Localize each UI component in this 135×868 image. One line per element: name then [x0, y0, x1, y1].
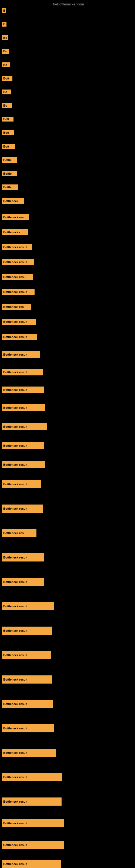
- bar: B: [2, 8, 6, 13]
- bar: Bottleneck result: [2, 860, 61, 868]
- bar: Bottleneck res: [2, 529, 37, 537]
- bar-item: Bottle: [2, 171, 17, 176]
- bar: Bott: [2, 130, 14, 135]
- bar-item: Bott: [2, 117, 13, 122]
- bar: Bottleneck result: [2, 798, 61, 806]
- bar-item: Bottleneck result: [2, 423, 47, 430]
- bar: Bottleneck result: [2, 369, 43, 375]
- bar-item: Bo: [2, 103, 12, 108]
- bar: Bottleneck result: [2, 651, 51, 659]
- bar: Bottleneck result: [2, 480, 41, 488]
- bar: Bo: [2, 49, 9, 54]
- bar: Bottleneck result: [2, 749, 56, 757]
- bar: Bo: [2, 62, 10, 67]
- bar: Bott: [2, 76, 12, 81]
- bar: Bottleneck result: [2, 504, 43, 513]
- bar-item: Bottleneck result: [2, 841, 64, 849]
- bar: Bottleneck r: [2, 229, 28, 235]
- bar: Bottleneck result: [2, 423, 47, 430]
- bar: Bott: [2, 117, 13, 122]
- bar-item: Bottle: [2, 184, 18, 190]
- bar-item: Bottleneck result: [2, 461, 45, 468]
- bar-item: Bottleneck resu: [2, 214, 29, 220]
- bar-item: Bottleneck result: [2, 773, 62, 781]
- bar-item: Bottleneck result: [2, 602, 54, 610]
- bar-item: Bottleneck result: [2, 578, 44, 586]
- bar-item: Bottle: [2, 157, 17, 163]
- bar: Bottleneck result: [2, 700, 53, 708]
- bar-item: Bottleneck res: [2, 304, 31, 310]
- bar: Bottle: [2, 171, 17, 176]
- bar: Bottleneck result: [2, 627, 52, 635]
- bar: Bo: [2, 90, 11, 94]
- bar-item: Bottleneck result: [2, 259, 34, 265]
- bar: Bottleneck result: [2, 404, 45, 411]
- bar: Bottleneck result: [2, 244, 32, 250]
- bar-item: Bo: [2, 90, 11, 94]
- bar-item: Bottleneck result: [2, 724, 54, 733]
- bar: Bottleneck res: [2, 304, 31, 310]
- bar-item: Bottleneck r: [2, 229, 28, 235]
- bar-item: B: [2, 22, 6, 27]
- bar: Bottleneck result: [2, 319, 36, 325]
- bar-item: B: [2, 8, 6, 13]
- bar-item: Bottleneck resu: [2, 274, 33, 280]
- bar: Bottleneck result: [2, 334, 37, 340]
- bar: Bottleneck result: [2, 675, 52, 684]
- bar-item: Bottleneck result: [2, 369, 43, 375]
- bar: Bottleneck result: [2, 289, 35, 295]
- bar-item: Bottleneck result: [2, 319, 36, 325]
- bar-item: Bott: [2, 130, 14, 135]
- bar-item: Bottleneck result: [2, 651, 51, 659]
- bar-item: Bottleneck result: [2, 675, 52, 684]
- bar-item: Bottleneck result: [2, 749, 56, 757]
- bar-item: Bottleneck result: [2, 627, 52, 635]
- bar: Bottleneck result: [2, 773, 62, 781]
- bar-item: Bottleneck result: [2, 504, 43, 513]
- bar: Bottle: [2, 184, 18, 190]
- bar: Bott: [2, 144, 15, 149]
- bar-item: Bottleneck result: [2, 480, 41, 488]
- bar: Bottleneck result: [2, 553, 44, 561]
- bar: Bo: [2, 103, 12, 108]
- bar-item: Bottleneck result: [2, 386, 44, 393]
- bar-item: Bottleneck result: [2, 351, 40, 358]
- bar: Bottleneck result: [2, 841, 64, 849]
- bar-item: Bottleneck result: [2, 700, 53, 708]
- bar-item: Bo: [2, 62, 10, 67]
- bar: B: [2, 22, 6, 27]
- bar: Bottleneck result: [2, 724, 54, 733]
- bar-item: Bott: [2, 76, 12, 81]
- bar: Bottleneck result: [2, 578, 44, 586]
- bar: Bottleneck result: [2, 386, 44, 393]
- bar: Bottleneck result: [2, 461, 45, 468]
- bar: Bottleneck result: [2, 602, 54, 610]
- bar: Bottleneck resu: [2, 214, 29, 220]
- bar: Bottleneck resu: [2, 274, 33, 280]
- bar-item: Bottleneck result: [2, 798, 61, 806]
- bar: Bottle: [2, 157, 17, 163]
- bar-item: Bottleneck result: [2, 442, 44, 449]
- bar-item: Bottleneck: [2, 198, 24, 204]
- site-title: TheBottlenecker.com: [51, 2, 84, 6]
- bar-item: Bottleneck result: [2, 860, 61, 868]
- bar-item: Bo: [2, 49, 9, 54]
- bar: Bottleneck result: [2, 351, 40, 358]
- bar-item: Bottleneck result: [2, 404, 45, 411]
- bar: Bottleneck: [2, 198, 24, 204]
- bar-item: Bo: [2, 35, 8, 40]
- bar: Bottleneck result: [2, 259, 34, 265]
- bar: Bottleneck result: [2, 819, 64, 827]
- bar-item: Bott: [2, 144, 15, 149]
- bar-item: Bottleneck result: [2, 289, 35, 295]
- bar: Bo: [2, 35, 8, 40]
- bar-item: Bottleneck result: [2, 244, 32, 250]
- bar-item: Bottleneck result: [2, 819, 64, 827]
- bar: Bottleneck result: [2, 442, 44, 449]
- bar-item: Bottleneck result: [2, 553, 44, 561]
- bar-item: Bottleneck res: [2, 529, 37, 537]
- bar-item: Bottleneck result: [2, 334, 37, 340]
